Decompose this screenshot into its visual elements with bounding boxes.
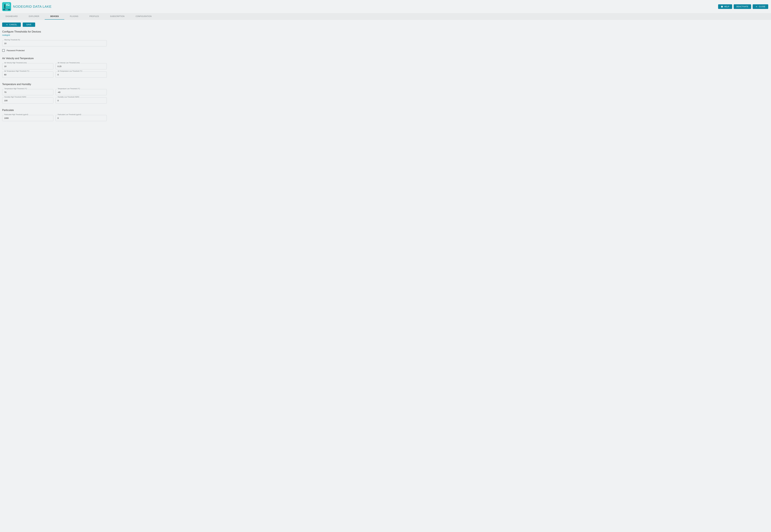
chevron-left-double-icon — [755, 6, 758, 8]
field-label: Air Temperature High Threshold (°C) — [4, 70, 30, 72]
svg-rect-11 — [4, 5, 5, 7]
temp-high-field: Temperature High Threshold (°C) — [2, 89, 53, 95]
content: CANCEL SAVE Configure Thresholds for Dev… — [0, 20, 771, 129]
header: Nodegrid Data Lake NODEGRID DATA LAKE ? … — [0, 0, 771, 13]
warning-threshold-input[interactable] — [2, 40, 107, 46]
hum-high-input[interactable] — [2, 97, 53, 104]
tabs: DASHBOARD EXPLORER DEVICES PLUGINS PROFI… — [0, 13, 771, 20]
deactivate-label: DEACTIVATE — [736, 6, 748, 8]
help-button[interactable]: ? HELP — [718, 4, 732, 9]
password-protected-label: Password Protected — [7, 49, 25, 52]
help-label: HELP — [724, 6, 729, 8]
cancel-button[interactable]: CANCEL — [2, 23, 21, 27]
close-button[interactable]: CLOSE — [753, 4, 768, 9]
save-button[interactable]: SAVE — [23, 23, 35, 27]
air-vel-high-field: Air Velocity High Threshold (m/s) — [2, 63, 53, 69]
save-label: SAVE — [26, 24, 31, 26]
svg-rect-1 — [6, 4, 7, 4]
tab-configuration[interactable]: CONFIGURATION — [130, 13, 157, 20]
tab-explorer[interactable]: EXPLORER — [23, 13, 45, 20]
tab-plugins[interactable]: PLUGINS — [64, 13, 84, 20]
tab-devices[interactable]: DEVICES — [45, 13, 64, 20]
field-label: Temperature High Threshold (°C) — [4, 88, 28, 90]
svg-point-8 — [8, 4, 9, 5]
svg-rect-14 — [5, 5, 6, 6]
section-title-air: Air Velocity and Temperature — [2, 57, 769, 60]
temp-high-input[interactable] — [2, 89, 53, 95]
brand-title: NODEGRID DATA LAKE — [13, 5, 51, 9]
field-label: Humidity High Threshold (%RH) — [4, 96, 27, 98]
hum-high-field: Humidity High Threshold (%RH) — [2, 97, 53, 104]
svg-rect-6 — [8, 5, 9, 6]
close-label: CLOSE — [759, 6, 765, 8]
warning-threshold-field: Warning Threshold (%) — [2, 40, 107, 46]
air-vel-low-field: Air Velocity Low Threshold (m/s) — [55, 63, 107, 69]
section-title-temp-hum: Temperature and Humidity — [2, 83, 769, 86]
tab-dashboard[interactable]: DASHBOARD — [0, 13, 23, 20]
air-vel-high-input[interactable] — [2, 63, 53, 69]
svg-point-10 — [4, 4, 5, 5]
field-label: Air Velocity Low Threshold (m/s) — [57, 62, 80, 64]
field-label: Temperature Low Threshold (°C) — [57, 88, 81, 90]
password-protected-row: Password Protected — [2, 49, 769, 52]
tab-profiles[interactable]: PROFILES — [84, 13, 105, 20]
header-actions: ? HELP DEACTIVATE CLOSE — [718, 4, 768, 9]
field-label: Particulate High Threshold (µg/m3) — [4, 114, 29, 115]
field-label: Air Velocity High Threshold (m/s) — [4, 62, 27, 64]
air-vel-low-input[interactable] — [55, 63, 107, 69]
deactivate-button[interactable]: DEACTIVATE — [734, 4, 751, 9]
air-temp-high-field: Air Temperature High Threshold (°C) — [2, 72, 53, 78]
part-high-input[interactable] — [2, 115, 53, 121]
help-icon: ? — [721, 6, 723, 8]
brand: Nodegrid Data Lake NODEGRID DATA LAKE — [2, 2, 51, 11]
cancel-label: CANCEL — [9, 24, 17, 26]
part-high-field: Particulate High Threshold (µg/m3) — [2, 115, 53, 121]
air-temp-low-input[interactable] — [55, 72, 107, 78]
hum-low-field: Humidity Low Threshold (%RH) — [55, 97, 107, 104]
air-temp-high-input[interactable] — [2, 72, 53, 78]
part-low-input[interactable] — [55, 115, 107, 121]
air-temp-low-field: Air Temperature Low Threshold (°C) — [55, 72, 107, 78]
field-label: Air Temperature Low Threshold (°C) — [57, 70, 83, 72]
tab-subscription[interactable]: SUBSCRIPTION — [105, 13, 130, 20]
app-logo: Nodegrid Data Lake — [2, 2, 11, 11]
page-title: Configure Thresholds for Devices — [2, 30, 769, 33]
part-low-field: Particulate Low Threshold (µg/m3) — [55, 115, 107, 121]
section-title-particulate: Particulate — [2, 109, 769, 112]
svg-text:Data Lake: Data Lake — [6, 10, 8, 10]
field-label: Particulate Low Threshold (µg/m3) — [57, 114, 82, 115]
field-label: Warning Threshold (%) — [4, 39, 21, 41]
temp-low-input[interactable] — [55, 89, 107, 95]
svg-rect-5 — [6, 5, 7, 6]
svg-rect-3 — [6, 4, 7, 5]
svg-text:?: ? — [722, 6, 722, 7]
hum-low-input[interactable] — [55, 97, 107, 104]
chevron-left-double-icon — [6, 24, 8, 26]
password-protected-checkbox[interactable] — [2, 49, 5, 52]
svg-rect-12 — [4, 7, 5, 8]
page-subtitle: nodegrid — [2, 34, 769, 36]
field-label: Humidity Low Threshold (%RH) — [57, 96, 80, 98]
temp-low-field: Temperature Low Threshold (°C) — [55, 89, 107, 95]
svg-rect-13 — [5, 7, 5, 8]
action-row: CANCEL SAVE — [2, 23, 769, 27]
